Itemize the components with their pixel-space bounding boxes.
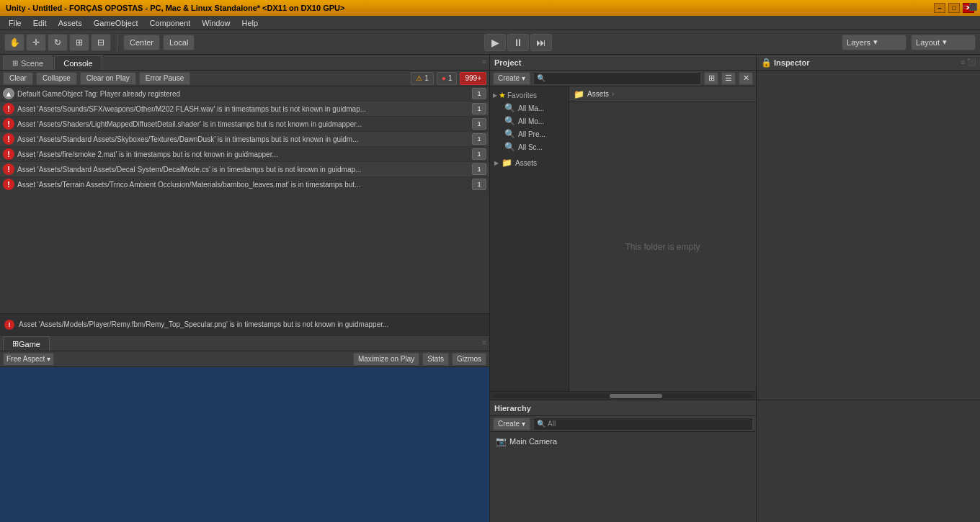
project-icon-btn-3[interactable]: ✕ — [739, 72, 753, 85]
message-count-2: 1 — [472, 118, 486, 130]
assets-arrow: ▶ — [494, 160, 499, 166]
error-icon-4: ! — [3, 148, 14, 160]
chevron-down-icon: ▾ — [873, 37, 878, 47]
console-message-6[interactable]: !Asset 'Assets/Terrain Assets/Trnco Ambi… — [0, 177, 489, 192]
clear-on-play-button[interactable]: Clear on Play — [80, 72, 136, 85]
menu-item-edit[interactable]: Edit — [27, 17, 53, 29]
menu-item-gameobject[interactable]: GameObject — [88, 17, 144, 29]
menu-item-assets[interactable]: Assets — [53, 17, 88, 29]
title-bar: Unity - Untitled - FORÇAS OPOSTAS - PC, … — [0, 0, 980, 16]
warning-icon: ⚠ — [416, 74, 422, 82]
fav-tree-item-3[interactable]: 🔍All Sc... — [490, 140, 569, 153]
fav-tree-item-1[interactable]: 🔍All Mo... — [490, 114, 569, 127]
tab-console[interactable]: Console — [54, 55, 102, 70]
menu-item-file[interactable]: File — [3, 17, 27, 29]
menu-item-component[interactable]: Component — [143, 17, 196, 29]
horizontal-scrollthumb[interactable] — [610, 394, 662, 398]
inspector-drag-handle: ≡ ⬛ — [961, 58, 976, 66]
error-icon-6: ! — [3, 179, 14, 190]
tab-game[interactable]: ⊞ Game — [3, 336, 50, 351]
toolbar: ✋ ✛ ↻ ⊞ ⊟ Center Local ▶ ⏸ ⏭ Layers ▾ La… — [0, 30, 980, 55]
maximize-button[interactable]: □ — [948, 3, 960, 13]
aspect-dropdown[interactable]: Free Aspect ▾ — [3, 353, 54, 366]
right-top: Project ≡ Create ▾ 🔍 ⊞ ☰ ✕ — [490, 55, 980, 400]
tree-item-assets[interactable]: ▶ 📁 Assets — [490, 156, 569, 169]
layout-dropdown[interactable]: Layout ▾ — [911, 35, 976, 50]
warning-badge: ⚠ 1 — [411, 72, 434, 85]
breadcrumb-arrow: › — [612, 90, 614, 98]
console-message-2[interactable]: !Asset 'Assets/Shaders/LightMappedDiffus… — [0, 117, 489, 132]
hierarchy-search[interactable]: 🔍 All — [533, 418, 753, 431]
console-message-1[interactable]: !Asset 'Assets/Sounds/SFX/weapons/Other/… — [0, 102, 489, 117]
error-icon-3: ! — [3, 133, 14, 145]
right-panel: Project ≡ Create ▾ 🔍 ⊞ ☰ ✕ — [490, 55, 980, 522]
tool-move[interactable]: ✛ — [26, 34, 46, 51]
inspector-title: Inspector — [774, 58, 810, 67]
fav-folder-icon-2: 🔍 — [504, 129, 515, 139]
stats-button[interactable]: Stats — [422, 353, 449, 366]
layers-dropdown[interactable]: Layers ▾ — [842, 35, 906, 50]
horizontal-scrolltrack[interactable] — [493, 394, 753, 398]
project-folder-content: This folder is empty — [569, 102, 756, 391]
panel-drag-handle: ≡ — [482, 58, 486, 66]
project-toolbar: Create ▾ 🔍 ⊞ ☰ ✕ — [490, 71, 756, 86]
minimize-button[interactable]: – — [934, 3, 945, 13]
hierarchy-header: Hierarchy ≡ ⬛ — [490, 400, 756, 416]
message-text-3: Asset 'Assets/Standard Assets/Skyboxes/T… — [17, 135, 469, 143]
game-toolbar: Free Aspect ▾ Maximize on Play Stats Giz… — [0, 351, 489, 367]
tool-scale[interactable]: ⊞ — [69, 34, 89, 51]
console-message-0[interactable]: ▲Default GameObject Tag: Player already … — [0, 86, 489, 102]
menu-item-help[interactable]: Help — [236, 17, 264, 29]
message-count-1: 1 — [472, 103, 486, 114]
project-panel: Project ≡ Create ▾ 🔍 ⊞ ☰ ✕ — [490, 55, 757, 400]
project-create-button[interactable]: Create ▾ — [493, 72, 530, 85]
console-message-4[interactable]: !Asset 'Assets/fire/smoke 2.mat' is in t… — [0, 147, 489, 162]
tool-hand[interactable]: ✋ — [4, 34, 24, 51]
tab-scene[interactable]: ⊞ Scene — [3, 55, 53, 70]
global-button[interactable]: Local — [163, 35, 195, 50]
error-badge-small: ● 1 — [437, 72, 458, 85]
message-text-2: Asset 'Assets/Shaders/LightMappedDiffuse… — [17, 120, 469, 128]
error-icon-5: ! — [3, 163, 14, 175]
pause-button[interactable]: ⏸ — [507, 34, 529, 51]
error-pause-button[interactable]: Error Pause — [139, 72, 190, 85]
inspector-panel: 🔒 Inspector ≡ ⬛ — [757, 55, 980, 400]
console-messages: ▲Default GameObject Tag: Player already … — [0, 86, 489, 313]
fav-tree-item-2[interactable]: 🔍All Pre... — [490, 127, 569, 140]
right-bottom: Hierarchy ≡ ⬛ Create ▾ 🔍 All — [490, 400, 980, 522]
project-title: Project — [494, 58, 521, 67]
fav-tree-item-0[interactable]: 🔍All Ma... — [490, 102, 569, 114]
project-icon-btn-2[interactable]: ☰ — [721, 72, 736, 85]
hierarchy-item-0[interactable]: 📷Main Camera — [490, 435, 756, 448]
breadcrumb-root: Assets — [587, 90, 609, 98]
play-button[interactable]: ▶ — [484, 34, 506, 51]
collapse-button[interactable]: Collapse — [36, 72, 77, 85]
game-panel: ⊞ Game ≡ Free Aspect ▾ Maximize on Play … — [0, 336, 489, 522]
fav-folder-icon-1: 🔍 — [504, 116, 515, 126]
project-search-box[interactable]: 🔍 — [533, 72, 701, 85]
menu-items: FileEditAssetsGameObjectComponentWindowH… — [3, 17, 264, 29]
hierarchy-create-button[interactable]: Create ▾ — [493, 418, 530, 431]
window-title: Unity - Untitled - FORÇAS OPOSTAS - PC, … — [6, 4, 934, 12]
tool-rotate[interactable]: ↻ — [48, 34, 68, 51]
menu-bar: FileEditAssetsGameObjectComponentWindowH… — [0, 16, 980, 30]
center-button[interactable]: Center — [123, 35, 160, 50]
menu-item-window[interactable]: Window — [196, 17, 236, 29]
warning-count: 1 — [424, 74, 429, 82]
error-count-button[interactable]: 999+ — [460, 72, 486, 85]
maximize-on-play-button[interactable]: Maximize on Play — [353, 353, 419, 366]
favorites-header: ▶ ★ Favorites — [490, 89, 569, 102]
hier-create-chevron-icon: ▾ — [522, 420, 525, 428]
chevron-down-icon-3: ▾ — [47, 355, 50, 363]
project-icon-btn-1[interactable]: ⊞ — [704, 72, 718, 85]
tool-rect[interactable]: ⊟ — [91, 34, 111, 51]
gizmos-button[interactable]: Gizmos — [452, 353, 486, 366]
console-message-5[interactable]: !Asset 'Assets/Standard Assets/Decal Sys… — [0, 162, 489, 177]
project-scroll-bottom — [490, 391, 756, 400]
clear-button[interactable]: Clear — [3, 72, 33, 85]
game-tab-bar: ⊞ Game ≡ — [0, 336, 489, 351]
step-button[interactable]: ⏭ — [530, 34, 552, 51]
console-message-3[interactable]: !Asset 'Assets/Standard Assets/Skyboxes/… — [0, 132, 489, 147]
fav-folder-icon-0: 🔍 — [504, 103, 515, 113]
hierarchy-toolbar: Create ▾ 🔍 All — [490, 416, 756, 432]
